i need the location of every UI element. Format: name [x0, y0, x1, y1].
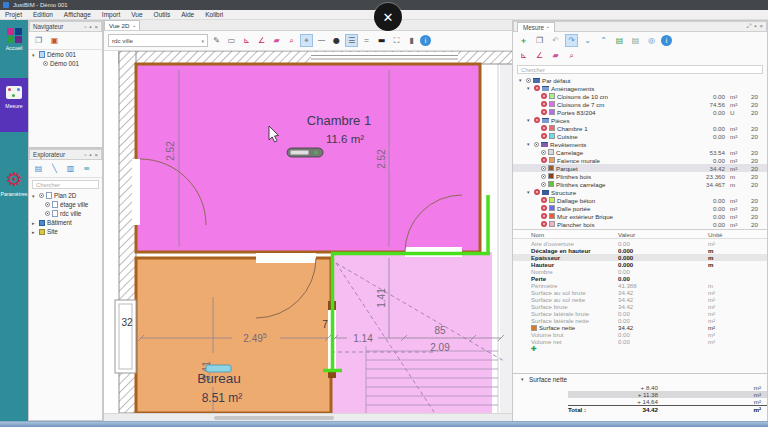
total-row[interactable]: + 8.40m² [568, 384, 767, 391]
tab-pin-icon[interactable]: ▪ [547, 24, 549, 30]
menu-outils[interactable]: Outils [154, 11, 171, 18]
measure-search-icon[interactable]: ⌕ [565, 49, 578, 62]
measure-point-icon[interactable]: ⊾ [517, 49, 530, 62]
prop-row[interactable]: Surface latérale nette0.00m² [513, 317, 767, 324]
layers-icon[interactable]: ＝ [360, 34, 373, 47]
eye-icon[interactable] [541, 182, 546, 187]
menu-import[interactable]: Import [102, 11, 120, 18]
explorer-row-rdc[interactable]: rdc ville [29, 209, 102, 218]
ribbon-item-parametres[interactable]: ⚙ Paramètres [0, 170, 28, 197]
menu-vue[interactable]: Vue [131, 11, 142, 18]
navigator-child-row[interactable]: Démo 001 [29, 59, 102, 68]
tree-group[interactable]: ▾Pièces [513, 116, 767, 124]
tree-item[interactable]: Plancher bois 0.00m²20 [513, 220, 767, 228]
eye-icon[interactable] [534, 142, 539, 147]
menu-edition[interactable]: Edition [33, 11, 53, 18]
measure-point-icon[interactable]: ⊾ [240, 34, 253, 47]
snap-icon[interactable]: ⌖ [300, 34, 313, 47]
prop-row[interactable]: Surface brute34.42m² [513, 303, 767, 310]
tree-item-parquet-selected[interactable]: Parquet 34.42m²20 [513, 164, 767, 172]
eye-icon[interactable] [39, 193, 44, 198]
storeys-icon[interactable]: ▥ [64, 162, 77, 175]
prop-row-surface-nette[interactable]: Surface nette34.42m² [513, 324, 767, 331]
measure-line-icon[interactable]: ∠ [255, 34, 268, 47]
prop-row[interactable]: Perte0.00 [513, 275, 767, 282]
menu-aide[interactable]: Aide [181, 11, 194, 18]
segment-icon[interactable]: — [315, 34, 328, 47]
horizontal-scrollbar[interactable] [104, 413, 513, 421]
navigator-close-icon[interactable]: × [94, 24, 98, 30]
layers-filter-icon[interactable]: ▤ [32, 162, 45, 175]
total-row[interactable]: + 14.64m² [568, 398, 767, 405]
list-icon[interactable]: ☰ [345, 34, 358, 47]
panel-pin-icon[interactable]: ▪ [754, 23, 756, 30]
pencil-icon[interactable]: ✎ [210, 34, 223, 47]
tree-item[interactable]: Dalle portée 0.00m²20 [513, 204, 767, 212]
overlay-close-button[interactable]: ✕ [374, 3, 402, 31]
prop-row[interactable]: Hauteur0.000m [513, 261, 767, 268]
tree-group[interactable]: ▾Revêtements [513, 140, 767, 148]
navigator-float-icon[interactable]: ▫ [84, 24, 86, 30]
tree-item[interactable]: Cuisine 0.00m²20 [513, 132, 767, 140]
caret-down-icon[interactable]: ▾ [32, 52, 37, 58]
explorer-row-batiment[interactable]: ▸ Bâtiment [29, 218, 102, 227]
redo-icon[interactable]: ↷ [565, 34, 578, 47]
tree-item[interactable]: Carrelage 53.54m²20 [513, 148, 767, 156]
tab-mesure[interactable]: Mesure ▪ [517, 22, 555, 32]
measure-area-icon[interactable]: ▰ [270, 34, 283, 47]
ribbon-item-accueil[interactable]: Accueil [0, 28, 28, 51]
prop-row[interactable]: Volume brut0.00m³ [513, 331, 767, 338]
tree-item[interactable]: Cloisons de 10 cm 0.00m²20 [513, 92, 767, 100]
explorer-float-icon[interactable]: ▫ [84, 152, 86, 158]
total-row-selected[interactable]: + 11.38m² [568, 391, 767, 398]
eye-icon[interactable] [526, 78, 531, 83]
circle-icon[interactable]: ● [330, 34, 343, 47]
explorer-search-input[interactable]: Chercher [32, 180, 99, 189]
open-model-icon[interactable]: ▣ [48, 34, 61, 47]
slider-icon[interactable]: ▮ [405, 34, 418, 47]
explorer-pin-icon[interactable]: ▪ [89, 152, 91, 158]
eye-icon[interactable] [45, 202, 50, 207]
tree-item[interactable]: Chambre 1 0.00m²20 [513, 124, 767, 132]
navigator-root-row[interactable]: ▾ Démo 001 [29, 50, 102, 59]
tree-item[interactable]: Faïence murale 0.00m²20 [513, 156, 767, 164]
slice-icon[interactable]: ╲ [48, 162, 61, 175]
tree-item[interactable]: Dallage béton 0.00m²20 [513, 196, 767, 204]
tree-group[interactable]: ▾Aménagements [513, 84, 767, 92]
export-icon[interactable]: ▤ [613, 34, 626, 47]
info-icon[interactable]: i [420, 35, 431, 46]
eye-icon[interactable] [43, 61, 48, 66]
prop-row[interactable]: Décalage en hauteur0.000m [513, 247, 767, 254]
prop-row[interactable]: Nombre0.00 [513, 268, 767, 275]
measure-area-icon[interactable]: ▰ [549, 49, 562, 62]
prop-row[interactable]: Epaisseur0.000m [513, 254, 767, 261]
categories-icon[interactable]: ≡ [80, 162, 93, 175]
new-view-icon[interactable]: ❐ [32, 34, 45, 47]
scrollbar-thumb[interactable] [214, 416, 334, 420]
layer-dropdown[interactable]: rdc ville▾ [108, 34, 208, 47]
prop-row[interactable]: Périmètre41.388m [513, 282, 767, 289]
undo-icon[interactable]: ↶ [549, 34, 562, 47]
eye-icon[interactable] [541, 150, 546, 155]
eye-icon[interactable] [541, 174, 546, 179]
rect-select-icon[interactable]: ▭ [225, 34, 238, 47]
tree-item[interactable]: Plinthes bois 23.360m20 [513, 172, 767, 180]
explorer-row-etage[interactable]: étage ville [29, 200, 102, 209]
ribbon-item-mesure[interactable]: Mesure [0, 78, 28, 132]
totals-header[interactable]: ▾Surface nette [513, 374, 767, 384]
info-icon[interactable]: i [661, 35, 672, 46]
floorplan-canvas[interactable]: 2.52 2.52 1.41 2.495 1.14 85 2.09 32 7 3… [104, 51, 513, 413]
menu-kolibri[interactable]: Kolibri [205, 11, 223, 18]
duplicate-icon[interactable]: ❐ [533, 34, 546, 47]
prop-row[interactable]: Surface au sol brute34.42m² [513, 289, 767, 296]
prop-row[interactable]: Surface au sol nette34.42m² [513, 296, 767, 303]
menu-projet[interactable]: Projet [5, 11, 22, 18]
room-bureau[interactable] [136, 258, 331, 413]
refresh-icon[interactable]: ◎ [645, 34, 658, 47]
tab-pin-icon[interactable]: ▪ [133, 23, 135, 29]
prop-row[interactable]: Aire d'ouverture0.00m² [513, 240, 767, 247]
explorer-row-site[interactable]: ▸ Site [29, 227, 102, 236]
measure-line-icon[interactable]: ∠ [533, 49, 546, 62]
eye-icon[interactable] [541, 166, 546, 171]
navigator-pin-icon[interactable]: ▪ [89, 24, 91, 30]
